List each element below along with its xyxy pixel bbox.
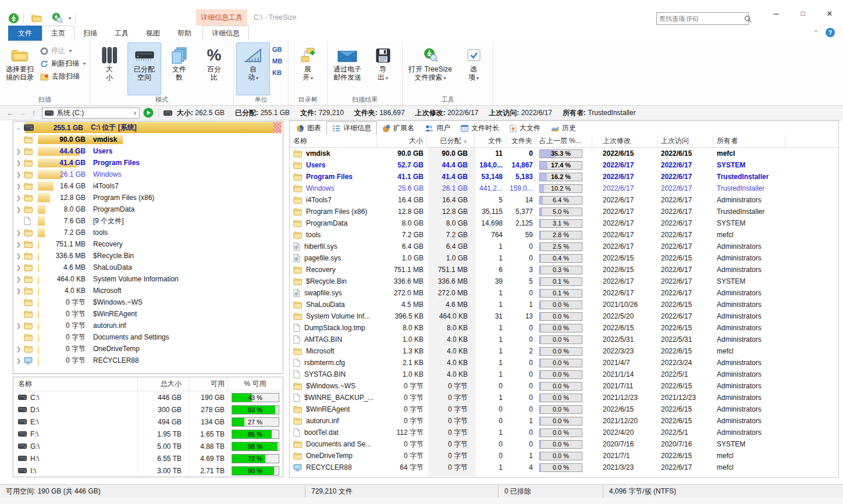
drives-header-pct[interactable]: % 可用 — [227, 377, 283, 391]
table-row[interactable]: bootTel.dat112 字节0 字节100.0 %2022/4/20202… — [290, 427, 838, 438]
expander-icon[interactable]: ❯ — [13, 206, 24, 213]
table-row[interactable]: ProgramData8.0 GB8.0 GB14,6982,1253.1 %2… — [290, 217, 838, 229]
drives-header-total[interactable]: 总大小 — [137, 377, 188, 391]
details-header-3[interactable]: 文件 — [475, 135, 506, 147]
expander-icon[interactable]: ❯ — [13, 148, 24, 155]
tree-item[interactable]: ❯26.1 GBWindows — [13, 169, 283, 180]
help-icon[interactable]: ? — [826, 28, 835, 37]
expander-icon[interactable]: ❯ — [13, 183, 24, 190]
minimize-button[interactable]: ─ — [763, 5, 789, 22]
details-tab-chart[interactable]: 图表 — [291, 121, 326, 135]
details-header-5[interactable]: 占上一层 %... — [536, 135, 592, 147]
tree-item[interactable]: 0 字节$Windows.~WS — [13, 296, 283, 308]
tree-root-row[interactable]: ⌄255.1 GBC:\ 位于 [系统] — [13, 121, 283, 134]
tree-item[interactable]: ❯4.0 KBMicrosoft — [13, 285, 283, 296]
expander-icon[interactable]: ❯ — [13, 288, 24, 294]
expander-icon[interactable]: ❯ — [13, 171, 24, 178]
expander-icon[interactable]: ❯ — [13, 241, 24, 248]
table-row[interactable]: Recovery751.1 MB751.1 MB630.3 %2022/6/15… — [290, 264, 838, 276]
tree-item[interactable]: ❯751.1 MBRecovery — [13, 238, 283, 250]
maximize-button[interactable]: □ — [789, 5, 816, 22]
ribbon-button-select-dir[interactable]: 选择要扫描的目录 — [2, 42, 37, 95]
table-row[interactable]: pagefile.sys1.0 GB1.0 GB100.4 %2022/6/15… — [290, 252, 838, 264]
tab-file[interactable]: 文件 — [8, 26, 42, 41]
details-tab-users[interactable]: 用户 — [419, 121, 456, 135]
table-row[interactable]: i4Tools716.4 GB16.4 GB5146.4 %2022/6/172… — [290, 194, 838, 206]
ribbon-button-size-mode[interactable]: 大小 — [93, 42, 126, 95]
ribbon-button-send-email[interactable]: 通过电子邮件发送 — [330, 42, 365, 95]
tree-item[interactable]: ❯8.0 GBProgramData — [13, 203, 283, 215]
tree-item[interactable]: 90.0 GBvmdisk — [13, 134, 283, 145]
tree-item[interactable]: ❯16.4 GBi4Tools7 — [13, 180, 283, 192]
tree-item[interactable]: ❯0 字节autorun.inf — [13, 320, 283, 331]
treesize-search-icon[interactable] — [51, 12, 63, 24]
table-row[interactable]: SYSTAG.BIN1.0 KB4.0 KB100.0 %2021/1/1420… — [290, 369, 838, 380]
details-header-1[interactable]: 大小 — [377, 135, 427, 147]
expander-icon[interactable]: ❯ — [13, 230, 24, 236]
details-header-8[interactable]: 所有者 — [713, 135, 785, 147]
table-row[interactable]: autorun.inf0 字节0 字节010.0 %2021/12/202022… — [290, 415, 838, 427]
close-button[interactable]: ✕ — [816, 5, 843, 22]
tree-item[interactable]: ❯0 字节RECYCLER88 — [13, 355, 283, 366]
tab-tools[interactable]: 工具 — [106, 26, 137, 41]
details-header-4[interactable]: 文件夹 — [506, 135, 536, 147]
tree-item[interactable]: 7.6 GB[9 个文件] — [13, 215, 283, 227]
table-row[interactable]: Users52.7 GB44.4 GB184,0...14,86717.4 %2… — [290, 159, 838, 171]
table-row[interactable]: System Volume Inf...396.5 KB464.0 KB3113… — [290, 310, 838, 322]
context-ribbon-tab[interactable]: 详细信息工具 — [196, 9, 247, 26]
tab-view[interactable]: 视图 — [137, 26, 169, 41]
tree-item[interactable]: ❯0 字节OneDriveTemp — [13, 343, 283, 355]
table-row[interactable]: Program Files41.1 GB41.4 GB53,1485,18316… — [290, 171, 838, 183]
ribbon-button-open-file-search[interactable]: 打开 TreeSize文件搜索▾ — [405, 42, 456, 95]
table-row[interactable]: $Recycle.Bin336.6 MB336.6 MB3950.1 %2022… — [290, 276, 838, 287]
table-row[interactable]: $WinREAgent0 字节0 字节000.0 %2022/6/152022/… — [290, 403, 838, 415]
ribbon-button-allocated-mode[interactable]: 已分配空间 — [127, 42, 161, 95]
tree-item[interactable]: ❯336.6 MB$Recycle.Bin — [13, 250, 283, 262]
search-input[interactable] — [657, 15, 744, 22]
ribbon-button-stop[interactable]: 停止▾ — [38, 45, 87, 56]
tree-item[interactable]: ❯4.6 MBShaLouData — [13, 262, 283, 273]
tab-details[interactable]: 详细信息 — [202, 26, 249, 41]
drives-header-free[interactable]: 可用 — [188, 377, 227, 391]
details-header-0[interactable]: 名称 — [290, 135, 377, 147]
start-scan-button[interactable] — [143, 108, 154, 118]
tree-item[interactable]: ❯464.0 KBSystem Volume Information — [13, 273, 283, 285]
tab-scan[interactable]: 扫描 — [74, 26, 106, 41]
tree-item[interactable]: ❯41.4 GBProgram Files — [13, 157, 283, 169]
drive-row[interactable]: E:\494 GB134 GB27 % — [13, 416, 283, 428]
ribbon-button-export[interactable]: 导出▾ — [366, 42, 400, 95]
ribbon-button-unit-kb[interactable]: KB — [272, 67, 282, 78]
table-row[interactable]: $WINRE_BACKUP_...0 字节0 字节100.0 %2021/12/… — [290, 392, 838, 403]
table-row[interactable]: Documents and Se...0 字节0 字节000.0 %2020/7… — [290, 438, 838, 450]
ribbon-button-file-count-mode[interactable]: 文件数 — [162, 42, 196, 95]
drive-row[interactable]: I:\3.00 TB2.71 TB90 % — [13, 464, 283, 477]
expander-icon[interactable]: ❯ — [13, 195, 24, 201]
tree-item[interactable]: ❯44.4 GBUsers — [13, 145, 283, 157]
table-row[interactable]: OneDriveTemp0 字节0 字节010.0 %2021/7/12022/… — [290, 450, 838, 462]
tab-help[interactable]: 帮助 — [169, 26, 200, 41]
details-tab-file-age[interactable]: 文件时长 — [456, 121, 504, 135]
details-tab-history[interactable]: 历史 — [546, 121, 581, 135]
drive-row[interactable]: F:\1.95 TB1.65 TB85 % — [13, 428, 283, 440]
expander-icon[interactable]: ❯ — [13, 346, 24, 352]
details-tab-details[interactable]: 详细信息 — [326, 121, 377, 135]
tree-item[interactable]: 0 字节Documents and Settings — [13, 331, 283, 343]
forward-icon[interactable]: → — [16, 108, 28, 117]
drives-header-name[interactable]: 名称 — [13, 379, 137, 389]
tab-home[interactable]: 主页 — [42, 26, 74, 41]
expander-icon[interactable]: ❯ — [13, 276, 24, 283]
ribbon-button-options[interactable]: 选项▾ — [457, 42, 490, 95]
expander-icon[interactable]: ❯ — [13, 253, 24, 259]
collapse-ribbon-icon[interactable]: ⌃ — [813, 29, 819, 37]
open-folder-icon[interactable] — [31, 14, 42, 23]
details-tab-top-files[interactable]: 大文件 — [504, 121, 546, 135]
chevron-down-icon[interactable]: ▾ — [69, 16, 71, 21]
details-tab-extensions[interactable]: 扩展名 — [377, 121, 419, 135]
tree-item[interactable]: ❯12.8 GBProgram Files (x86) — [13, 192, 283, 203]
drive-row[interactable]: C:\446 GB190 GB43 % — [13, 391, 283, 403]
table-row[interactable]: tools7.2 GB7.2 GB764592.8 %2022/6/172022… — [290, 229, 838, 241]
table-row[interactable]: ShaLouData4.5 MB4.6 MB110.0 %2021/10/262… — [290, 299, 838, 310]
expander-icon[interactable]: ❯ — [13, 323, 24, 329]
drive-row[interactable]: H:\6.55 TB4.69 TB72 % — [13, 452, 283, 464]
ribbon-button-unit-mb[interactable]: MB — [272, 56, 282, 66]
